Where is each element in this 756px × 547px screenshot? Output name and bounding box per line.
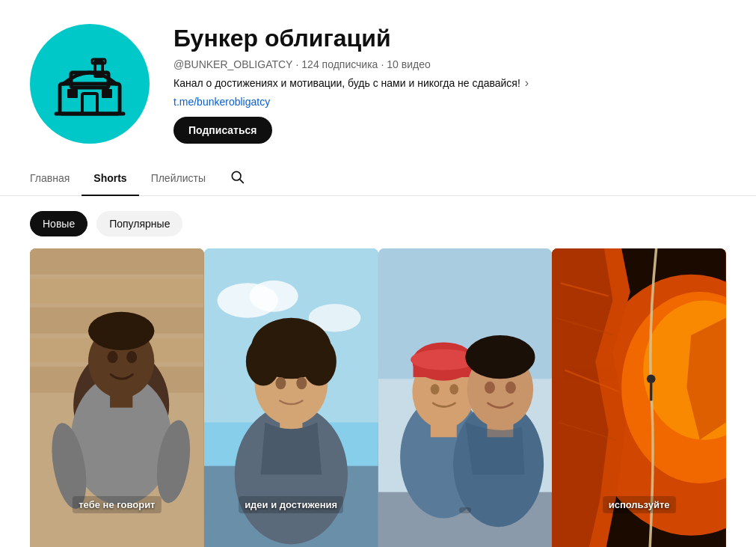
subscribe-button[interactable]: Подписаться xyxy=(173,117,272,144)
svg-rect-6 xyxy=(102,89,112,98)
svg-point-24 xyxy=(88,312,154,350)
channel-name: Бункер облигаций xyxy=(173,24,529,52)
channel-description: Канал о достижениях и мотивации, будь с … xyxy=(173,76,529,90)
channel-link[interactable]: t.me/bunkerobligatcy xyxy=(173,96,529,108)
video-subtitle-1: тебе не говорит xyxy=(73,496,161,513)
svg-point-28 xyxy=(249,281,298,312)
svg-point-55 xyxy=(484,382,494,394)
svg-point-22 xyxy=(108,351,118,363)
video-card-1[interactable]: тебе не говорит xyxy=(30,248,204,547)
video-subtitle-4: используйте xyxy=(603,496,676,513)
channel-handle: @BUNKER_OBLIGATCY xyxy=(173,58,292,70)
channel-avatar xyxy=(30,24,150,144)
videos-grid: тебе не говорит xyxy=(0,248,756,547)
svg-point-50 xyxy=(449,385,458,395)
subscriber-count: 124 подписчика xyxy=(301,58,378,70)
tab-glavnaya[interactable]: Главная xyxy=(30,162,82,196)
svg-rect-2 xyxy=(82,94,97,114)
video-card-2[interactable]: идеи и достижения xyxy=(204,248,378,547)
video-card-4[interactable]: используйте xyxy=(552,248,726,547)
svg-point-49 xyxy=(430,385,439,395)
tab-playlists[interactable]: Плейлисты xyxy=(139,162,218,196)
svg-point-56 xyxy=(505,382,515,394)
video-card-3[interactable] xyxy=(378,248,553,547)
svg-point-65 xyxy=(647,375,656,384)
svg-point-38 xyxy=(275,377,286,389)
svg-line-9 xyxy=(240,180,243,183)
svg-rect-12 xyxy=(30,279,204,304)
svg-point-37 xyxy=(256,326,326,361)
svg-point-8 xyxy=(232,172,241,181)
svg-point-23 xyxy=(126,351,137,363)
video-subtitle-3 xyxy=(459,507,471,513)
video-count: 10 видео xyxy=(387,58,430,70)
svg-rect-11 xyxy=(30,248,204,275)
svg-rect-5 xyxy=(67,89,78,98)
filter-new-button[interactable]: Новые xyxy=(30,211,87,236)
search-icon[interactable] xyxy=(224,163,251,194)
svg-point-39 xyxy=(296,377,307,389)
svg-rect-45 xyxy=(430,416,456,438)
filter-bar: Новые Популярные xyxy=(0,196,756,248)
filter-popular-button[interactable]: Популярные xyxy=(96,211,182,236)
channel-header: Бункер облигаций @BUNKER_OBLIGATCY · 124… xyxy=(0,0,756,162)
video-subtitle-2: идеи и достижения xyxy=(239,496,343,513)
nav-bar: Главная Shorts Плейлисты xyxy=(0,162,756,196)
channel-meta: @BUNKER_OBLIGATCY · 124 подписчика · 10 … xyxy=(173,58,529,70)
expand-description-icon[interactable]: › xyxy=(525,76,529,90)
tab-shorts[interactable]: Shorts xyxy=(82,162,138,196)
svg-point-54 xyxy=(465,336,535,379)
svg-rect-19 xyxy=(110,386,132,408)
channel-info: Бункер облигаций @BUNKER_OBLIGATCY · 124… xyxy=(173,24,529,144)
